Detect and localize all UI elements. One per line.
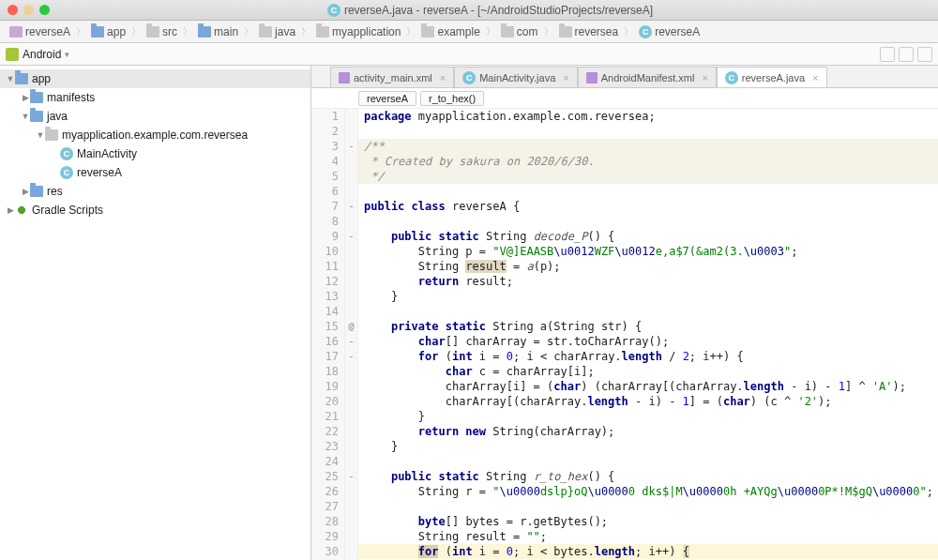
breadcrumb-item[interactable]: myapplication	[312, 25, 404, 38]
gutter-marker[interactable]	[345, 409, 358, 424]
code-line[interactable]	[358, 499, 938, 514]
close-tab-icon[interactable]: ×	[563, 72, 568, 83]
code-breadcrumb-item[interactable]: r_to_hex()	[420, 91, 484, 106]
editor-tabs[interactable]: activity_main.xml×CMainActivity.java×And…	[311, 66, 938, 88]
gutter-marker[interactable]	[345, 244, 358, 259]
chevron-icon[interactable]: ▶	[6, 205, 15, 215]
breadcrumb-item[interactable]: reverseA	[6, 25, 74, 38]
breadcrumb-item[interactable]: app	[87, 25, 129, 38]
code-area[interactable]: 123-4567-89-101112131415@16-17-181920212…	[311, 109, 938, 560]
gutter-marker[interactable]	[345, 424, 358, 439]
gutter-marker[interactable]	[345, 454, 358, 469]
gutter-marker[interactable]	[345, 109, 358, 124]
gutter-marker[interactable]: -	[345, 199, 358, 214]
code-line[interactable]: byte[] bytes = r.getBytes();	[358, 514, 938, 529]
code-line[interactable]	[358, 184, 938, 199]
editor-tab[interactable]: CMainActivity.java×	[454, 67, 578, 87]
maximize-window-icon[interactable]	[39, 5, 50, 15]
close-tab-icon[interactable]: ×	[812, 72, 818, 83]
close-tab-icon[interactable]: ×	[702, 72, 707, 83]
code-line[interactable]: /**	[358, 139, 938, 154]
gutter-marker[interactable]	[345, 214, 358, 229]
project-tree[interactable]: ▼app▶manifests▼java▼myapplication.exampl…	[0, 66, 311, 560]
gutter-marker[interactable]	[345, 499, 358, 514]
code-line[interactable]: String result = a(p);	[358, 259, 938, 274]
chevron-icon[interactable]: ▶	[21, 187, 30, 196]
breadcrumb-item[interactable]: CreverseA	[635, 25, 704, 38]
gutter-marker[interactable]: -	[345, 229, 358, 244]
toolbar-icon[interactable]	[880, 47, 895, 62]
gutter-marker[interactable]	[345, 484, 358, 499]
editor-tab[interactable]: AndroidManifest.xml×	[578, 67, 717, 87]
gutter-marker[interactable]	[345, 289, 358, 304]
code-line[interactable]: char c = charArray[i];	[358, 364, 938, 379]
gutter-marker[interactable]	[345, 529, 358, 544]
gutter-marker[interactable]: -	[345, 334, 358, 349]
gutter-marker[interactable]	[345, 154, 358, 169]
gutter-marker[interactable]	[345, 169, 358, 184]
tree-item[interactable]: CreverseA	[0, 163, 310, 182]
chevron-icon[interactable]: ▼	[6, 74, 15, 83]
gutter-marker[interactable]	[345, 514, 358, 529]
code-line[interactable]: return new String(charArray);	[358, 424, 938, 439]
chevron-icon[interactable]: ▼	[36, 130, 45, 140]
code-line[interactable]: */	[358, 169, 938, 184]
code-breadcrumb[interactable]: reverseAr_to_hex()	[311, 88, 938, 109]
code-line[interactable]: package myapplication.example.com.revers…	[358, 109, 938, 124]
tree-item[interactable]: ▼app	[0, 69, 310, 88]
gutter-marker[interactable]	[345, 274, 358, 289]
code-line[interactable]: public static String r_to_hex() {	[358, 469, 938, 484]
breadcrumb-item[interactable]: reversea	[555, 25, 623, 38]
code-line[interactable]: String result = "";	[358, 529, 938, 544]
breadcrumb-item[interactable]: java	[255, 25, 299, 38]
code-line[interactable]: String p = "V@]EAASB\u0012WZF\u0012e,a$7…	[358, 244, 938, 259]
editor-tab[interactable]: activity_main.xml×	[330, 67, 454, 87]
code-line[interactable]: private static String a(String str) {	[358, 319, 938, 334]
gutter-marker[interactable]	[345, 394, 358, 409]
code-line[interactable]	[358, 304, 938, 319]
code-line[interactable]: public static String decode_P() {	[358, 229, 938, 244]
code-line[interactable]	[358, 454, 938, 469]
tree-item[interactable]: ▶manifests	[0, 88, 310, 107]
tree-item[interactable]: CMainActivity	[0, 144, 310, 163]
gutter-marker[interactable]	[345, 184, 358, 199]
code-line[interactable]: }	[358, 289, 938, 304]
breadcrumb[interactable]: reverseA〉app〉src〉main〉java〉myapplication…	[0, 21, 938, 43]
tree-item[interactable]: ▶res	[0, 182, 310, 201]
gutter-marker[interactable]: -	[345, 349, 358, 364]
tree-item[interactable]: ▼java	[0, 107, 310, 126]
code-line[interactable]: charArray[(charArray.length - i) - 1] = …	[358, 394, 938, 409]
toolbar-icon[interactable]	[899, 47, 914, 62]
editor-tab[interactable]: CreverseA.java×	[717, 67, 827, 87]
gutter-marker[interactable]	[345, 364, 358, 379]
gutter-marker[interactable]	[345, 439, 358, 454]
code-line[interactable]	[358, 214, 938, 229]
gutter-marker[interactable]	[345, 124, 358, 139]
code-breadcrumb-item[interactable]: reverseA	[358, 91, 416, 106]
code-line[interactable]	[358, 124, 938, 139]
toolbar-icon[interactable]	[917, 47, 932, 62]
code-line[interactable]: }	[358, 409, 938, 424]
breadcrumb-item[interactable]: example	[417, 25, 483, 38]
code-line[interactable]: }	[358, 439, 938, 454]
gutter-marker[interactable]: -	[345, 139, 358, 154]
view-selector[interactable]: Android ▾	[6, 48, 69, 61]
code-line[interactable]: for (int i = 0; i < bytes.length; i++) {	[358, 544, 938, 559]
tree-item[interactable]: ▶Gradle Scripts	[0, 201, 310, 219]
minimize-window-icon[interactable]	[23, 5, 34, 15]
gutter-marker[interactable]	[345, 544, 358, 559]
gutter-marker[interactable]	[345, 259, 358, 274]
gutter-marker[interactable]	[345, 379, 358, 394]
gutter-marker[interactable]: -	[345, 469, 358, 484]
code-line[interactable]: char[] charArray = str.toCharArray();	[358, 334, 938, 349]
code-line[interactable]: public class reverseA {	[358, 199, 938, 214]
close-tab-icon[interactable]: ×	[440, 72, 446, 83]
breadcrumb-item[interactable]: main	[194, 25, 242, 38]
gutter-marker[interactable]: @	[345, 319, 358, 334]
window-controls[interactable]	[8, 5, 50, 15]
code-line[interactable]: charArray[i] = (char) (charArray[(charAr…	[358, 379, 938, 394]
chevron-icon[interactable]: ▼	[21, 112, 30, 121]
code-line[interactable]: return result;	[358, 274, 938, 289]
chevron-icon[interactable]: ▶	[21, 93, 30, 102]
gutter-marker[interactable]	[345, 304, 358, 319]
